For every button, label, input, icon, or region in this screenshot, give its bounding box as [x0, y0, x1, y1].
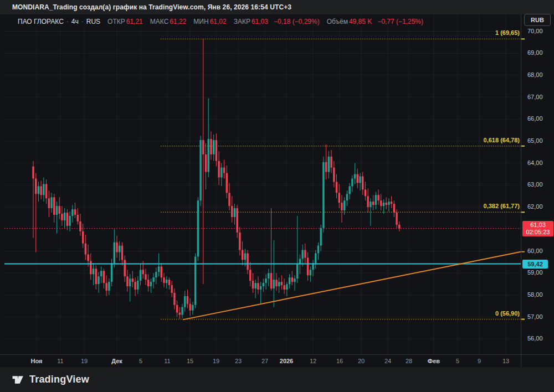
candle-body[interactable] [391, 202, 392, 204]
candle-body[interactable] [216, 140, 217, 161]
candle-body[interactable] [126, 276, 128, 286]
candle-body[interactable] [176, 305, 178, 313]
candle-body[interactable] [289, 277, 290, 284]
candle-body[interactable] [223, 168, 225, 173]
candle-body[interactable] [48, 198, 50, 208]
candle-body[interactable] [301, 250, 303, 259]
candle-body[interactable] [370, 202, 371, 207]
candle-body[interactable] [396, 213, 397, 225]
candle-body[interactable] [244, 253, 246, 260]
price-axis[interactable]: 70,0069,0068,0067,0066,0065,0064,0063,00… [521, 14, 554, 367]
candle-body[interactable] [255, 283, 257, 288]
candle-body[interactable] [286, 284, 288, 290]
candle-body[interactable] [77, 215, 79, 221]
fib-level-label[interactable]: 1 (69,65) [495, 29, 520, 36]
candle-body[interactable] [380, 200, 382, 206]
candle-body[interactable] [283, 285, 285, 290]
currency-toggle-button[interactable]: RUB [524, 14, 551, 26]
fib-level-label[interactable]: 0,618 (64,78) [484, 137, 520, 143]
candle-body[interactable] [218, 161, 219, 178]
candle-body[interactable] [357, 174, 358, 183]
candle-body[interactable] [85, 244, 86, 255]
candle-body[interactable] [71, 209, 73, 216]
candle-body[interactable] [79, 221, 81, 231]
candle-body[interactable] [242, 250, 243, 260]
candle-body[interactable] [336, 182, 337, 193]
candle-body[interactable] [294, 278, 295, 282]
candle-body[interactable] [147, 280, 149, 286]
candle-body[interactable] [231, 206, 233, 217]
candle-body[interactable] [333, 168, 335, 182]
candle-body[interactable] [234, 208, 235, 217]
candle-body[interactable] [398, 225, 400, 229]
candle-body[interactable] [208, 139, 209, 172]
candle-body[interactable] [82, 231, 84, 244]
candle-body[interactable] [346, 194, 348, 200]
candle-body[interactable] [338, 193, 340, 203]
candle-body[interactable] [56, 206, 58, 215]
candle-body[interactable] [69, 216, 70, 226]
candle-body[interactable] [179, 313, 181, 315]
candle-body[interactable] [317, 246, 319, 254]
candle-body[interactable] [50, 197, 52, 208]
candle-body[interactable] [168, 280, 170, 285]
candle-body[interactable] [152, 277, 154, 282]
candle-body[interactable] [66, 213, 68, 226]
candle-body[interactable] [132, 278, 134, 282]
candle-body[interactable] [43, 184, 44, 195]
candle-body[interactable] [310, 270, 311, 275]
candle-body[interactable] [64, 213, 65, 220]
candle-body[interactable] [375, 195, 377, 205]
candle-body[interactable] [354, 174, 356, 179]
candle-body[interactable] [98, 276, 99, 284]
candle-body[interactable] [171, 285, 172, 293]
candle-body[interactable] [365, 189, 366, 196]
candle-body[interactable] [348, 186, 350, 194]
candle-body[interactable] [134, 282, 136, 290]
candle-body[interactable] [263, 283, 264, 286]
candle-body[interactable] [202, 140, 204, 154]
candle-body[interactable] [158, 266, 160, 272]
candle-body[interactable] [270, 273, 272, 288]
candle-body[interactable] [307, 257, 309, 275]
candle-body[interactable] [108, 282, 110, 291]
time-axis[interactable]: Ноя1119Дек5111519232720261216202428Фев59… [0, 354, 554, 367]
candle-body[interactable] [275, 280, 277, 286]
candle-body[interactable] [252, 281, 254, 288]
candle-body[interactable] [351, 178, 353, 186]
candle-body[interactable] [226, 173, 228, 193]
candle-body[interactable] [197, 200, 199, 256]
candle-body[interactable] [257, 283, 259, 290]
candle-body[interactable] [247, 253, 248, 270]
candle-body[interactable] [236, 208, 238, 233]
candle-body[interactable] [383, 203, 384, 206]
candle-body[interactable] [173, 293, 175, 305]
candle-body[interactable] [189, 304, 191, 311]
candle-body[interactable] [291, 277, 293, 282]
candle-body[interactable] [377, 195, 379, 200]
candle-body[interactable] [325, 162, 327, 172]
candle-body[interactable] [45, 184, 47, 198]
candle-body[interactable] [137, 281, 138, 290]
candle-body[interactable] [304, 250, 306, 258]
candle-body[interactable] [343, 200, 345, 210]
candle-body[interactable] [187, 296, 188, 304]
candle-body[interactable] [359, 177, 361, 183]
candle-body[interactable] [181, 307, 183, 315]
symbol-legend[interactable]: ПАО ГЛОРАКС · 4ч · RUS ОТКР 61,21 МАКС 6… [12, 16, 429, 27]
candle-body[interactable] [38, 186, 39, 194]
candle-body[interactable] [296, 264, 298, 278]
candle-body[interactable] [388, 202, 389, 205]
candle-body[interactable] [372, 202, 374, 205]
candle-body[interactable] [111, 263, 112, 282]
candle-body[interactable] [129, 278, 131, 286]
candle-body[interactable] [260, 286, 261, 290]
candle-body[interactable] [35, 178, 37, 194]
candle-body[interactable] [32, 167, 34, 179]
candle-body[interactable] [114, 243, 115, 264]
candle-body[interactable] [281, 282, 283, 285]
candle-body[interactable] [74, 209, 76, 215]
candle-body[interactable] [184, 296, 186, 307]
candle-body[interactable] [87, 254, 89, 261]
candle-body[interactable] [268, 273, 269, 278]
